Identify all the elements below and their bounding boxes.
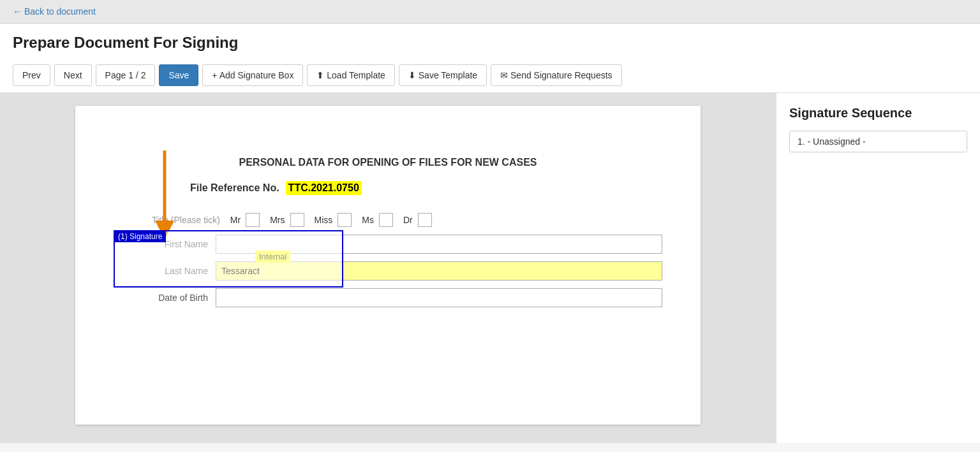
date-of-birth-label: Date of Birth bbox=[114, 293, 216, 303]
document-area: PERSONAL DATA FOR OPENING OF FILES FOR N… bbox=[0, 93, 776, 443]
mrs-checkbox[interactable] bbox=[290, 213, 304, 227]
file-reference-row: File Reference No. TTC.2021.0750 bbox=[114, 181, 662, 195]
mrs-label: Mrs bbox=[270, 215, 285, 225]
load-template-button[interactable]: ⬆ Load Template bbox=[307, 64, 394, 86]
page-info: Page 1 / 2 bbox=[96, 64, 156, 86]
date-of-birth-input[interactable] bbox=[216, 288, 662, 307]
document-title: PERSONAL DATA FOR OPENING OF FILES FOR N… bbox=[114, 157, 662, 168]
top-bar: Back to document bbox=[0, 0, 980, 24]
file-reference-label: File Reference No. bbox=[190, 182, 279, 194]
signature-box-label: (1) Signature bbox=[114, 231, 166, 242]
sidebar: Signature Sequence 1. - Unassigned - bbox=[776, 93, 980, 443]
sidebar-title: Signature Sequence bbox=[789, 106, 967, 120]
signature-internal-label: Internal bbox=[255, 251, 290, 263]
signature-box[interactable]: (1) Signature Internal bbox=[114, 230, 343, 288]
sequence-item-1[interactable]: 1. - Unassigned - bbox=[789, 131, 967, 152]
date-of-birth-row: Date of Birth bbox=[114, 288, 662, 307]
prev-button[interactable]: Prev bbox=[13, 64, 50, 86]
document-page: PERSONAL DATA FOR OPENING OF FILES FOR N… bbox=[75, 106, 701, 425]
next-button[interactable]: Next bbox=[54, 64, 92, 86]
back-to-document-link[interactable]: Back to document bbox=[13, 6, 96, 17]
dr-checkbox[interactable] bbox=[418, 213, 432, 227]
add-signature-box-button[interactable]: + Add Signature Box bbox=[202, 64, 303, 86]
send-signature-requests-button[interactable]: ✉ Send Signature Requests bbox=[491, 64, 621, 86]
main-content: PERSONAL DATA FOR OPENING OF FILES FOR N… bbox=[0, 93, 980, 443]
page-title: Prepare Document For Signing bbox=[0, 24, 980, 58]
file-reference-number: TTC.2021.0750 bbox=[286, 181, 362, 195]
ms-checkbox[interactable] bbox=[379, 213, 393, 227]
mr-label: Mr bbox=[230, 215, 241, 225]
toolbar: Prev Next Page 1 / 2 Save + Add Signatur… bbox=[0, 58, 980, 93]
save-button[interactable]: Save bbox=[159, 64, 198, 86]
title-row: Title (Please tick) Mr Mrs Miss Ms Dr bbox=[114, 208, 662, 227]
dr-label: Dr bbox=[403, 215, 413, 225]
miss-checkbox[interactable] bbox=[338, 213, 352, 227]
save-template-button[interactable]: ⬇ Save Template bbox=[399, 64, 487, 86]
miss-label: Miss bbox=[315, 215, 333, 225]
mr-checkbox[interactable] bbox=[246, 213, 260, 227]
ms-label: Ms bbox=[362, 215, 374, 225]
